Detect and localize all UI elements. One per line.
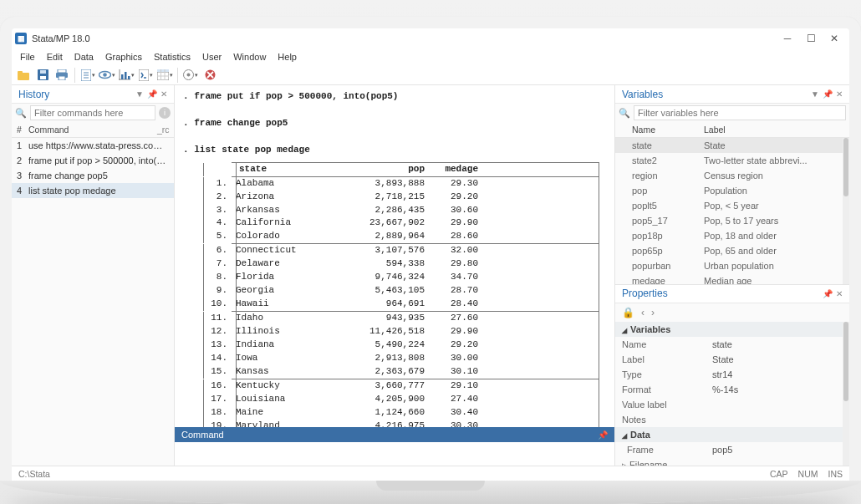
pin-icon[interactable]: 📌 (823, 289, 833, 298)
property-row[interactable]: Framepop5 (615, 442, 849, 457)
window-title: Stata/MP 18.0 (32, 33, 90, 43)
properties-section-variables[interactable]: ◢Variables (615, 322, 849, 337)
property-row[interactable]: Value label (615, 397, 849, 412)
variables-title: Variables (622, 89, 663, 100)
save-button[interactable] (34, 67, 51, 84)
pin-icon[interactable]: 📌 (823, 89, 833, 99)
maximize-button[interactable]: ☐ (799, 28, 823, 48)
history-list: 1use https://www.stata-press.com/data/..… (12, 138, 174, 198)
properties-section-data[interactable]: ◢Data (615, 427, 849, 442)
history-col-rc[interactable]: _rc (152, 122, 174, 137)
close-button[interactable]: ✕ (823, 28, 846, 48)
panel-close-icon[interactable]: ✕ (836, 289, 843, 298)
variable-row[interactable]: popurbanUrban population (615, 258, 849, 273)
variable-row[interactable]: pop65pPop, 65 and older (615, 243, 849, 258)
history-row[interactable]: 2frame put if pop > 500000, into(pop5) (12, 153, 174, 168)
status-path: C:\Stata (18, 469, 50, 479)
menu-help[interactable]: Help (273, 50, 302, 64)
variables-filter-input[interactable] (634, 105, 846, 120)
history-header: # Command _rc (12, 122, 174, 138)
property-row[interactable]: Typestr14 (615, 367, 849, 382)
output-line: . frame change pop5 (183, 117, 606, 130)
property-row[interactable]: Format%-14s (615, 382, 849, 397)
right-panels: Variables ▼ 📌 ✕ 🔍 Name Label (615, 85, 849, 466)
variable-row[interactable]: stateState (615, 138, 849, 153)
history-title-text: History (18, 89, 49, 100)
property-row[interactable]: Namestate (615, 337, 849, 352)
data-editor-button[interactable]: ▾ (156, 67, 173, 84)
results-output: . frame put if pop > 500000, into(pop5) … (175, 85, 614, 427)
variable-row[interactable]: pop5_17Pop, 5 to 17 years (615, 213, 849, 228)
history-row[interactable]: 1use https://www.stata-press.com/data/..… (12, 138, 174, 153)
scrollbar[interactable] (843, 322, 849, 466)
open-button[interactable] (15, 67, 32, 84)
break-button[interactable] (201, 67, 218, 84)
menu-edit[interactable]: Edit (42, 50, 68, 64)
status-ins: INS (828, 469, 843, 479)
filter-icon[interactable]: ▼ (811, 89, 819, 99)
variable-row[interactable]: popPopulation (615, 183, 849, 198)
command-titlebar: Command 📌 (175, 427, 614, 442)
dofile-button[interactable]: ▾ (137, 67, 154, 84)
command-input[interactable] (175, 442, 614, 466)
search-icon: 🔍 (619, 108, 630, 119)
history-col-command[interactable]: Command (23, 122, 152, 137)
variables-panel: Variables ▼ 📌 ✕ 🔍 Name Label (615, 85, 849, 285)
svg-rect-18 (128, 76, 130, 79)
scrollbar[interactable] (843, 138, 849, 284)
lock-icon[interactable]: 🔒 (622, 307, 634, 318)
command-title: Command (181, 430, 224, 440)
print-button[interactable] (53, 67, 70, 84)
menu-user[interactable]: User (197, 50, 227, 64)
next-icon[interactable]: › (651, 307, 655, 318)
history-filter: 🔍 i (12, 104, 174, 122)
variable-row[interactable]: state2Two-letter state abbrevi... (615, 153, 849, 168)
svg-rect-19 (139, 69, 149, 81)
info-icon[interactable]: i (159, 107, 171, 119)
viewer-button[interactable]: ▾ (99, 67, 115, 84)
variable-row[interactable]: medageMedian age (615, 273, 849, 284)
status-cap: CAP (770, 469, 788, 479)
minimize-button[interactable]: ─ (776, 28, 799, 48)
history-filter-input[interactable] (30, 105, 155, 120)
variables-col-label[interactable]: Label (699, 122, 849, 137)
history-title: History ▼ 📌 ✕ (12, 85, 174, 104)
menu-graphics[interactable]: Graphics (100, 50, 147, 64)
statusbar: C:\Stata CAP NUM INS (12, 466, 849, 481)
log-button[interactable]: ▾ (79, 67, 96, 84)
svg-rect-17 (125, 72, 127, 79)
search-icon: 🔍 (15, 108, 27, 119)
output-line: . frame put if pop > 500000, into(pop5) (183, 90, 606, 104)
menu-file[interactable]: File (15, 50, 40, 64)
variables-col-name[interactable]: Name (627, 122, 699, 137)
filter-icon[interactable]: ▼ (135, 89, 144, 99)
variable-row[interactable]: poplt5Pop, < 5 year (615, 198, 849, 213)
svg-point-13 (103, 73, 107, 77)
history-row[interactable]: 4list state pop medage (12, 183, 174, 198)
svg-rect-23 (157, 69, 169, 72)
pin-icon[interactable]: 📌 (147, 89, 157, 99)
laptop-base (0, 481, 861, 504)
more-button[interactable]: ▾ (182, 67, 199, 84)
properties-title: Properties (622, 288, 668, 299)
property-row[interactable]: ▹ Filename (615, 457, 849, 466)
svg-rect-4 (40, 70, 46, 74)
variable-row[interactable]: regionCensus region (615, 168, 849, 183)
panel-close-icon[interactable]: ✕ (160, 89, 167, 99)
panel-close-icon[interactable]: ✕ (836, 89, 843, 99)
toolbar-separator (177, 68, 178, 83)
laptop-frame: ▦ Stata/MP 18.0 ─ ☐ ✕ File Edit Data Gra… (0, 17, 861, 504)
menu-window[interactable]: Window (228, 50, 271, 64)
svg-rect-0 (18, 73, 29, 80)
menu-data[interactable]: Data (69, 50, 99, 64)
property-row[interactable]: Notes (615, 412, 849, 427)
prev-icon[interactable]: ‹ (641, 307, 644, 318)
variable-row[interactable]: pop18pPop, 18 and older (615, 228, 849, 243)
graph-button[interactable]: ▾ (118, 67, 135, 84)
history-panel: History ▼ 📌 ✕ 🔍 i # Command _rc 1use htt… (12, 85, 175, 466)
history-row[interactable]: 3frame change pop5 (12, 168, 174, 183)
menu-statistics[interactable]: Statistics (149, 50, 196, 64)
property-row[interactable]: LabelState (615, 352, 849, 367)
toolbar-separator (74, 68, 75, 83)
pin-icon[interactable]: 📌 (598, 430, 608, 440)
